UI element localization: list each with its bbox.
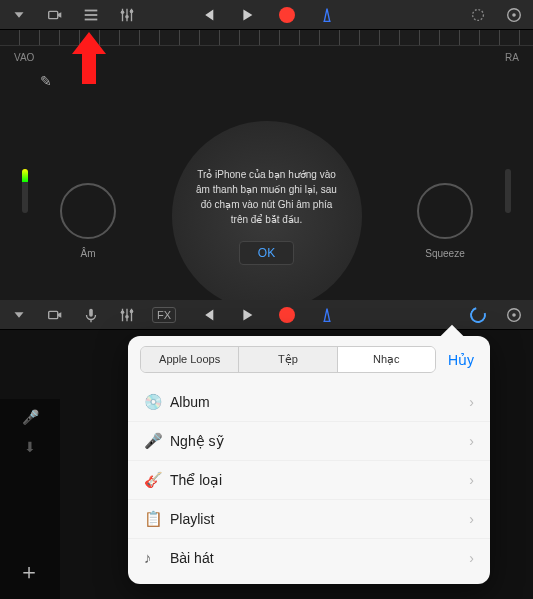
tone-dial[interactable] — [60, 183, 116, 239]
dropdown-button-2[interactable] — [8, 304, 30, 326]
play-button-2[interactable] — [236, 304, 258, 326]
menu-item-icon: 📋 — [144, 510, 170, 528]
annotation-arrow-top — [72, 32, 106, 84]
svg-rect-3 — [85, 18, 98, 20]
menu-item-label: Nghệ sỹ — [170, 433, 469, 449]
output-label: RA — [505, 52, 519, 63]
music-browser-popover: Apple Loops Tệp Nhạc Hủy 💿Album›🎤Nghệ sỹ… — [128, 336, 490, 584]
music-category-list: 💿Album›🎤Nghệ sỹ›🎸Thể loại›📋Playlist›♪Bài… — [128, 383, 490, 584]
menu-item-label: Album — [170, 394, 469, 410]
top-toolbar — [0, 0, 533, 30]
squeeze-dial-label: Squeeze — [415, 248, 475, 259]
svg-rect-11 — [89, 308, 93, 316]
ok-button[interactable]: OK — [239, 241, 294, 265]
svg-point-16 — [512, 313, 516, 317]
recorder-workspace: ✎ Âm Squeeze Trỏ iPhone của bạn hướng và… — [0, 69, 533, 269]
svg-point-5 — [125, 15, 129, 19]
mic-track-icon[interactable]: 🎤 — [22, 409, 39, 425]
loop-browser-button[interactable] — [467, 304, 489, 326]
rewind-button-2[interactable] — [196, 304, 218, 326]
chevron-right-icon: › — [469, 511, 474, 527]
svg-point-12 — [121, 310, 125, 314]
edit-icon[interactable]: ✎ — [40, 73, 52, 89]
add-track-button[interactable]: ＋ — [18, 557, 40, 587]
tuner-button[interactable] — [467, 4, 489, 26]
record-button-2[interactable] — [276, 304, 298, 326]
segment-apple-loops[interactable]: Apple Loops — [141, 347, 239, 372]
svg-point-4 — [121, 10, 125, 14]
recording-tip-overlay: Trỏ iPhone của bạn hướng vào âm thanh bạ… — [172, 121, 362, 311]
segment-files[interactable]: Tệp — [239, 347, 337, 372]
menu-item-playlist[interactable]: 📋Playlist› — [128, 500, 490, 539]
segment-music[interactable]: Nhạc — [338, 347, 435, 372]
camera-view-button-2[interactable] — [44, 304, 66, 326]
camera-view-button[interactable] — [44, 4, 66, 26]
menu-item-icon: ♪ — [144, 549, 170, 566]
tone-dial-label: Âm — [58, 248, 118, 259]
chevron-right-icon: › — [469, 433, 474, 449]
svg-point-13 — [125, 315, 129, 319]
input-label: VAO — [14, 52, 34, 63]
svg-point-7 — [473, 9, 484, 20]
menu-item-bài-hát[interactable]: ♪Bài hát› — [128, 539, 490, 576]
svg-rect-10 — [49, 311, 58, 318]
metronome-button-2[interactable] — [316, 304, 338, 326]
svg-rect-2 — [85, 14, 98, 16]
menu-item-icon: 🎤 — [144, 432, 170, 450]
mixer-button[interactable] — [116, 4, 138, 26]
mixer-button-2[interactable] — [116, 304, 138, 326]
chevron-right-icon: › — [469, 472, 474, 488]
svg-point-9 — [512, 13, 516, 17]
menu-item-label: Bài hát — [170, 550, 469, 566]
tracks-view-button[interactable] — [80, 4, 102, 26]
play-button[interactable] — [236, 4, 258, 26]
svg-rect-0 — [49, 11, 58, 18]
fx-button[interactable]: FX — [152, 307, 176, 323]
download-track-icon[interactable]: ⬇ — [24, 439, 36, 455]
rewind-button[interactable] — [196, 4, 218, 26]
tip-text: Trỏ iPhone của bạn hướng vào âm thanh bạ… — [192, 167, 342, 227]
settings-button[interactable] — [503, 4, 525, 26]
menu-item-icon: 🎸 — [144, 471, 170, 489]
mic-button[interactable] — [80, 304, 102, 326]
menu-item-album[interactable]: 💿Album› — [128, 383, 490, 422]
squeeze-dial[interactable] — [417, 183, 473, 239]
input-level-meter — [22, 169, 28, 213]
record-button[interactable] — [276, 4, 298, 26]
menu-item-nghệ-sỹ[interactable]: 🎤Nghệ sỹ› — [128, 422, 490, 461]
settings-button-2[interactable] — [503, 304, 525, 326]
menu-item-icon: 💿 — [144, 393, 170, 411]
menu-item-thể-loại[interactable]: 🎸Thể loại› — [128, 461, 490, 500]
source-segmented-control[interactable]: Apple Loops Tệp Nhạc — [140, 346, 436, 373]
cancel-button[interactable]: Hủy — [444, 352, 478, 368]
output-level-meter — [505, 169, 511, 213]
svg-rect-1 — [85, 9, 98, 11]
chevron-right-icon: › — [469, 394, 474, 410]
menu-item-label: Thể loại — [170, 472, 469, 488]
chevron-right-icon: › — [469, 550, 474, 566]
svg-point-6 — [130, 9, 134, 13]
menu-item-label: Playlist — [170, 511, 469, 527]
dropdown-button[interactable] — [8, 4, 30, 26]
metronome-button[interactable] — [316, 4, 338, 26]
svg-point-14 — [130, 309, 134, 313]
